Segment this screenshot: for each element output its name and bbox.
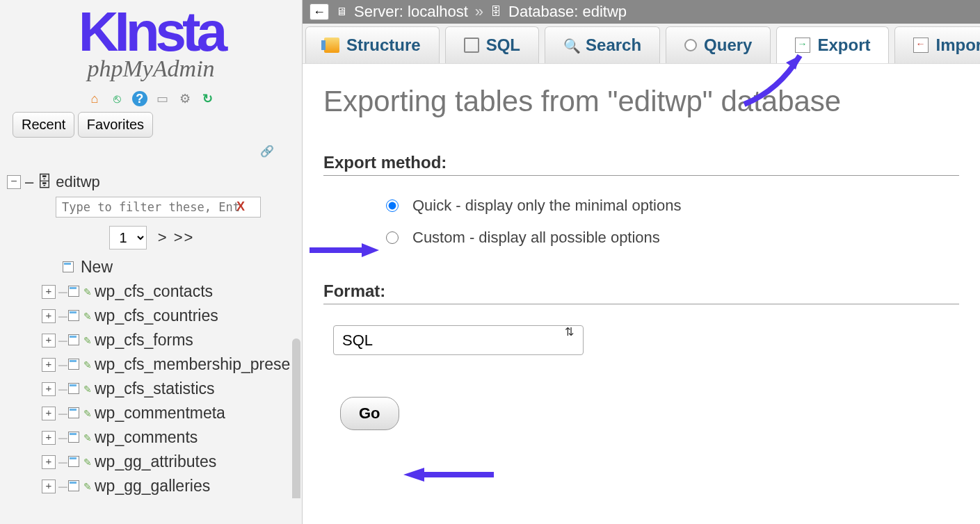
logo-brand: KInsta [0, 7, 302, 57]
radio-custom-label: Custom - display all possible options [412, 229, 660, 247]
table-row[interactable]: +–✎wp_cfs_contacts [7, 279, 296, 304]
tab-import[interactable]: Import [894, 26, 980, 63]
tree-line: – [58, 428, 65, 447]
expand-icon[interactable]: + [42, 382, 56, 396]
db-name[interactable]: editwp [56, 173, 100, 191]
tab-label: Export [817, 35, 870, 55]
page-next-button[interactable]: > >> [158, 229, 195, 246]
export-method-label: Export method: [323, 153, 959, 176]
breadcrumb-database[interactable]: Database: editwp [508, 3, 627, 21]
table-filter-input[interactable] [56, 197, 261, 218]
table-icon [68, 286, 83, 298]
radio-custom[interactable] [386, 231, 399, 244]
page-title: Exporting tables from "editwp" database [323, 85, 959, 118]
new-table-item[interactable]: New [7, 255, 296, 279]
link-icon[interactable]: 🔗 [260, 145, 274, 158]
browse-icon: ✎ [83, 335, 92, 346]
expand-icon[interactable]: + [42, 334, 56, 347]
table-name: wp_cfs_countries [95, 306, 218, 325]
table-icon [68, 383, 83, 395]
expand-icon[interactable]: + [42, 480, 56, 493]
tree-line: – [58, 404, 65, 423]
browse-icon: ✎ [83, 286, 92, 297]
export-icon [795, 38, 810, 53]
main-panel: ← 🖥 Server: localhost » 🗄 Database: edit… [303, 0, 980, 524]
go-button[interactable]: Go [340, 397, 399, 430]
tab-label: Import [935, 35, 980, 55]
tab-label: Structure [346, 35, 421, 55]
table-row[interactable]: +–✎wp_commentmeta [7, 401, 296, 425]
tree-line: – [58, 379, 65, 398]
expand-icon[interactable]: + [42, 358, 56, 372]
reload-icon[interactable]: ↻ [200, 91, 215, 106]
new-label: New [81, 258, 113, 277]
tree-line: – [58, 331, 65, 350]
recent-button[interactable]: Recent [13, 112, 74, 138]
import-icon [913, 38, 929, 53]
tab-label: Query [704, 35, 752, 55]
db-row[interactable]: − – 🗄 editwp [7, 172, 296, 193]
favorites-button[interactable]: Favorites [78, 112, 153, 138]
settings-icon[interactable]: ⚙ [177, 91, 193, 106]
table-name: wp_commentmeta [95, 404, 225, 423]
database-icon: 🗄 [38, 175, 51, 189]
breadcrumb-server[interactable]: Server: localhost [354, 3, 468, 21]
breadcrumb-separator: » [475, 3, 483, 21]
format-select[interactable]: SQL [333, 325, 584, 355]
table-row[interactable]: +–✎wp_cfs_statistics [7, 377, 296, 401]
logo-area: KInsta phpMyAdmin [0, 0, 302, 85]
collapse-icon[interactable]: − [7, 175, 21, 189]
home-icon[interactable]: ⌂ [87, 91, 102, 106]
expand-icon[interactable]: + [42, 285, 56, 299]
tree-line: – [58, 452, 65, 471]
expand-icon[interactable]: + [42, 309, 56, 323]
tab-sql[interactable]: SQL [445, 26, 539, 63]
table-row[interactable]: +–✎wp_cfs_forms [7, 328, 296, 352]
tab-label: SQL [486, 35, 520, 55]
db-tree: − – 🗄 editwp X 1 > >> New +–✎wp_cfs_cont… [0, 165, 302, 498]
tree-line: – [25, 173, 33, 191]
link-toggle-bar: 🔗 [0, 142, 302, 165]
back-button[interactable]: ← [310, 3, 329, 20]
tree-line: – [58, 477, 65, 496]
sql-window-icon[interactable]: ▭ [154, 91, 170, 106]
radio-quick-label: Quick - display only the minimal options [412, 197, 681, 215]
tabs-bar: Structure SQL 🔍Search Query Export Impor… [303, 24, 980, 64]
table-name: wp_cfs_membership_prese [95, 355, 290, 374]
expand-icon[interactable]: + [42, 455, 56, 469]
tree-line: – [58, 355, 65, 374]
clear-filter-icon[interactable]: X [236, 199, 245, 214]
format-select-wrap: SQL [323, 318, 584, 355]
tab-search[interactable]: 🔍Search [545, 26, 660, 63]
sql-icon [464, 38, 479, 53]
browse-icon: ✎ [83, 432, 92, 443]
tree-line: – [58, 306, 65, 325]
radio-custom-row[interactable]: Custom - display all possible options [323, 222, 959, 254]
page-select[interactable]: 1 [109, 226, 147, 249]
radio-quick-row[interactable]: Quick - display only the minimal options [323, 190, 959, 222]
tab-query[interactable]: Query [666, 26, 771, 63]
table-row[interactable]: +–✎wp_cfs_membership_prese [7, 352, 296, 377]
logout-icon[interactable]: ⎋ [109, 91, 124, 106]
table-row[interactable]: +–✎wp_gg_attributes [7, 450, 296, 474]
tree-line: – [58, 282, 65, 301]
expand-icon[interactable]: + [42, 407, 56, 420]
browse-icon: ✎ [83, 408, 92, 419]
table-name: wp_cfs_contacts [95, 282, 213, 301]
table-row[interactable]: +–✎wp_gg_galleries [7, 474, 296, 498]
tab-export[interactable]: Export [776, 26, 889, 63]
help-icon[interactable]: ? [132, 91, 147, 106]
tab-structure[interactable]: Structure [305, 26, 440, 63]
recent-favorites-bar: Recent Favorites [13, 112, 289, 138]
table-row[interactable]: +–✎wp_comments [7, 425, 296, 450]
table-name: wp_comments [95, 428, 198, 447]
table-row[interactable]: +–✎wp_cfs_countries [7, 304, 296, 328]
expand-icon[interactable]: + [42, 431, 56, 445]
table-icon [68, 432, 83, 444]
sidebar: KInsta phpMyAdmin ⌂ ⎋ ? ▭ ⚙ ↻ Recent Fav… [0, 0, 303, 524]
sidebar-toolbar: ⌂ ⎋ ? ▭ ⚙ ↻ [0, 91, 302, 106]
table-name: wp_cfs_forms [95, 331, 193, 350]
radio-quick[interactable] [386, 199, 399, 212]
sidebar-scrollbar[interactable] [292, 338, 300, 498]
format-label: Format: [323, 281, 959, 304]
